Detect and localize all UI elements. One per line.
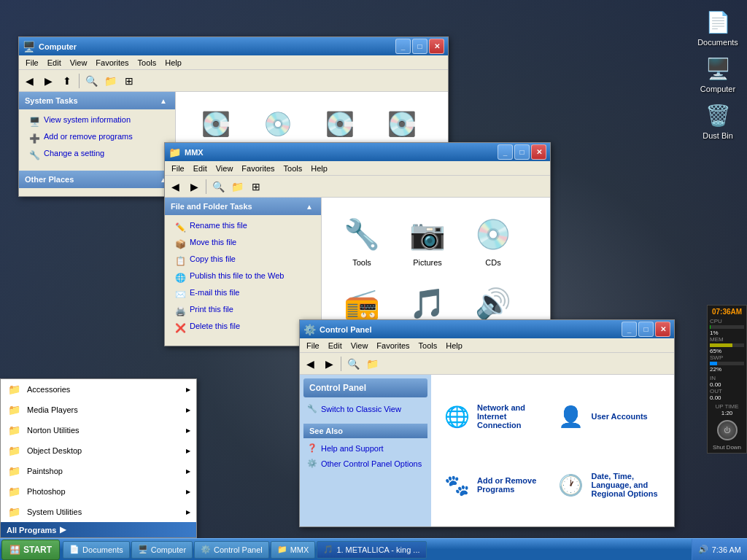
mmx-menu-tools[interactable]: Tools xyxy=(279,163,307,174)
power-button[interactable]: ⏻ xyxy=(717,420,738,440)
drive-icon-1[interactable]: 💽 xyxy=(190,106,241,144)
drive-icon-3[interactable]: 💽 xyxy=(314,106,365,144)
mmx-minimize-btn[interactable]: _ xyxy=(498,144,513,160)
cp-other-options[interactable]: ⚙️ Other Control Panel Options xyxy=(303,456,427,471)
cp-user-accounts-item[interactable]: 👤 User Accounts xyxy=(557,386,664,447)
publish-web-task[interactable]: 🌐 Publish this file to the Web xyxy=(171,269,315,286)
rename-file-task[interactable]: ✏️ Rename this file xyxy=(171,219,315,236)
cp-add-remove-item[interactable]: 🐾 Add or Remove Programs xyxy=(442,454,549,516)
computer-menu-help[interactable]: Help xyxy=(160,57,186,69)
cp-maximize-btn[interactable]: □ xyxy=(638,322,654,337)
cp-titlebar[interactable]: ⚙️ Control Panel _ □ ✕ xyxy=(300,320,674,338)
move-file-task[interactable]: 📦 Move this file xyxy=(171,236,315,252)
prog-system-utilities[interactable]: 📁 System Utilities ▶ xyxy=(1,502,196,522)
all-programs-bar[interactable]: All Programs ▶ xyxy=(1,522,196,537)
cp-help-support[interactable]: ❓ Help and Support xyxy=(303,440,427,456)
mmx-close-btn[interactable]: ✕ xyxy=(531,144,546,160)
cp-network-item[interactable]: 🌐 Network and Internet Connection xyxy=(442,386,549,447)
computer-menu-view[interactable]: View xyxy=(66,57,92,69)
prog-accessories[interactable]: 📁 Accessories ▶ xyxy=(1,379,196,400)
taskbar-control-panel[interactable]: ⚙️ Control Panel xyxy=(194,541,269,559)
cp-menu-favorites[interactable]: Favorites xyxy=(372,340,414,351)
computer-back-btn[interactable]: ◀ xyxy=(20,72,38,90)
mem-fill xyxy=(710,343,732,347)
file-folder-tasks-header[interactable]: File and Folder Tasks ▲ xyxy=(165,198,321,215)
mmx-titlebar[interactable]: 📁 MMX _ □ ✕ xyxy=(165,143,550,161)
mmx-menu-help[interactable]: Help xyxy=(306,163,332,174)
programs-menu: 📁 Accessories ▶ 📁 Media Players ▶ 📁 Nort… xyxy=(0,378,197,538)
cp-forward-btn[interactable]: ▶ xyxy=(320,355,338,373)
mmx-tools-icon[interactable]: 🔧 Tools xyxy=(333,209,391,271)
cp-back-btn[interactable]: ◀ xyxy=(301,355,319,373)
mmx-menu-file[interactable]: File xyxy=(167,163,189,174)
cp-menu-tools[interactable]: Tools xyxy=(414,340,442,351)
mmx-pictures-icon[interactable]: 📷 Pictures xyxy=(398,209,457,271)
prog-norton[interactable]: 📁 Norton Utilities ▶ xyxy=(1,420,196,440)
taskbar-documents[interactable]: 📄 Documents xyxy=(63,541,130,559)
cp-switch-view[interactable]: 🔧 Switch to Classic View xyxy=(303,401,427,416)
cp-menu-edit[interactable]: Edit xyxy=(324,340,347,351)
add-remove-programs[interactable]: ➕ Add or remove programs xyxy=(25,130,169,147)
cp-minimize-btn[interactable]: _ xyxy=(622,322,637,337)
mmx-menu-view[interactable]: View xyxy=(212,163,238,174)
cp-datetime-item[interactable]: 🕐 Date, Time, Language, and Regional Opt… xyxy=(557,454,664,516)
desktop-icon-computer[interactable]: 🖥️ Computer xyxy=(692,54,743,93)
computer-forward-btn[interactable]: ▶ xyxy=(39,72,57,90)
prog-object-desktop[interactable]: 📁 Object Desktop ▶ xyxy=(1,440,196,461)
other-places-header[interactable]: Other Places ▲ xyxy=(19,171,175,188)
mmx-cds-icon[interactable]: 💿 CDs xyxy=(464,209,522,271)
cp-menu-view[interactable]: View xyxy=(347,340,373,351)
computer-maximize-btn[interactable]: □ xyxy=(412,39,427,54)
taskbar-cp-label: Control Panel xyxy=(214,545,263,554)
start-button[interactable]: 🪟 START xyxy=(1,540,60,560)
cp-switch-label: Switch to Classic View xyxy=(321,405,401,413)
mmx-folders-btn[interactable]: 📁 xyxy=(228,178,246,195)
computer-titlebar[interactable]: 🖥️ Computer _ □ ✕ xyxy=(19,37,448,55)
cp-menu-file[interactable]: File xyxy=(302,340,324,351)
computer-up-btn[interactable]: ⬆ xyxy=(58,72,76,90)
computer-menu-favorites[interactable]: Favorites xyxy=(91,57,133,69)
view-system-info[interactable]: 🖥️ View system information xyxy=(25,113,169,130)
prog-photoshop[interactable]: 📁 Photoshop ▶ xyxy=(1,481,196,502)
desktop-icon-dustbin[interactable]: 🗑️ Dust Bin xyxy=(692,101,743,140)
drive-icon-2[interactable]: 💿 xyxy=(252,106,303,144)
taskbar-computer[interactable]: 🖥️ Computer xyxy=(131,541,193,559)
system-tasks-header[interactable]: System Tasks ▲ xyxy=(19,92,175,109)
mmx-views-btn[interactable]: ⊞ xyxy=(247,178,265,195)
mmx-search-btn[interactable]: 🔍 xyxy=(209,178,227,195)
sidebar-documents[interactable]: 📁 Documents xyxy=(25,192,169,196)
mmx-menu-favorites[interactable]: Favorites xyxy=(237,163,279,174)
file-folder-collapse[interactable]: ▲ xyxy=(303,201,315,212)
email-file-task[interactable]: ✉️ E-mail this file xyxy=(171,286,315,303)
computer-menu-tools[interactable]: Tools xyxy=(133,57,161,69)
mmx-menu-edit[interactable]: Edit xyxy=(189,163,212,174)
computer-views-btn[interactable]: ⊞ xyxy=(120,72,138,90)
volume-icon[interactable]: 🔊 xyxy=(698,545,708,554)
mmx-forward-btn[interactable]: ▶ xyxy=(185,178,203,195)
taskbar-metallica[interactable]: 🎵 1. METALLICA - king ... xyxy=(317,541,426,559)
copy-file-task[interactable]: 📋 Copy this file xyxy=(171,252,315,269)
drive-icon-4[interactable]: 💽 xyxy=(376,106,427,144)
computer-search-btn[interactable]: 🔍 xyxy=(82,72,100,90)
pictures-label: Pictures xyxy=(413,258,442,267)
taskbar-mmx[interactable]: 📁 MMX xyxy=(271,541,316,559)
cp-folders-btn[interactable]: 📁 xyxy=(363,355,381,373)
cp-search-btn[interactable]: 🔍 xyxy=(344,355,362,373)
delete-file-task[interactable]: ❌ Delete this file xyxy=(171,319,315,336)
prog-media-players[interactable]: 📁 Media Players ▶ xyxy=(1,400,196,420)
change-setting[interactable]: 🔧 Change a setting xyxy=(25,147,169,163)
computer-menu-edit[interactable]: Edit xyxy=(43,57,66,69)
cp-menu-help[interactable]: Help xyxy=(441,340,467,351)
cp-title-text: Control Panel xyxy=(320,325,622,334)
prog-paintshop[interactable]: 📁 Paintshop ▶ xyxy=(1,461,196,481)
system-tasks-collapse[interactable]: ▲ xyxy=(158,95,169,106)
desktop-icon-documents[interactable]: 📄 Documents xyxy=(692,7,743,47)
computer-menu-file[interactable]: File xyxy=(21,57,43,69)
computer-close-btn[interactable]: ✕ xyxy=(429,39,444,54)
computer-folders-btn[interactable]: 📁 xyxy=(101,72,119,90)
print-file-task[interactable]: 🖨️ Print this file xyxy=(171,303,315,319)
mmx-back-btn[interactable]: ◀ xyxy=(166,178,184,195)
mmx-maximize-btn[interactable]: □ xyxy=(514,144,530,160)
computer-minimize-btn[interactable]: _ xyxy=(395,39,411,54)
cp-close-btn[interactable]: ✕ xyxy=(655,322,670,337)
